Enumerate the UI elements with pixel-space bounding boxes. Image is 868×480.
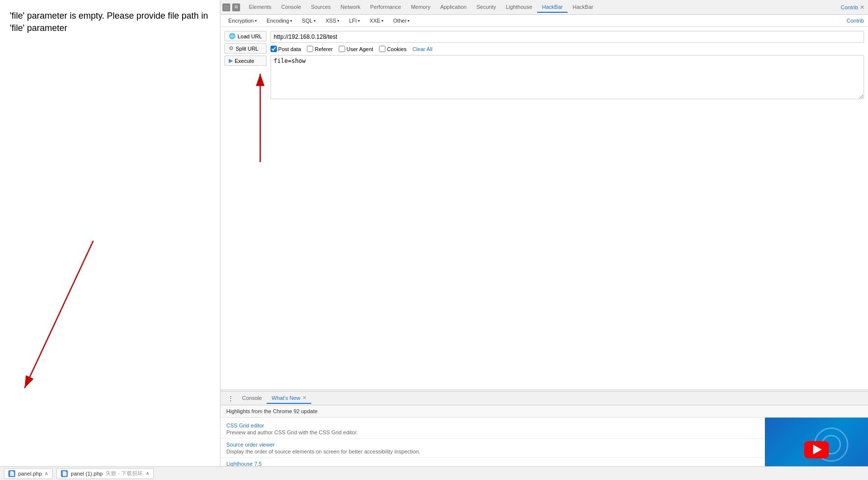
download-file-icon-0: 📄 xyxy=(8,470,15,477)
tab-hackbar2[interactable]: HackBar xyxy=(568,2,598,13)
xss-menu[interactable]: XSS ▾ xyxy=(322,17,343,25)
hackbar-content-area xyxy=(220,103,868,390)
download-chevron-0[interactable]: ∧ xyxy=(45,471,48,476)
xxe-dropdown-arrow: ▾ xyxy=(381,19,383,23)
whatsnew-item-1[interactable]: Source order viewer Display the order of… xyxy=(220,439,765,458)
tab-hackbar[interactable]: HackBar xyxy=(537,2,568,13)
tab-console-bottom[interactable]: Console xyxy=(237,393,267,404)
tab-network[interactable]: Network xyxy=(336,2,365,13)
sql-dropdown-arrow: ▾ xyxy=(314,19,316,23)
contrib-link2[interactable]: Contrib xyxy=(847,18,864,24)
download-item-status-1: 失败 - 下载损坏 xyxy=(106,470,143,477)
referer-checkbox[interactable] xyxy=(307,46,313,52)
download-item-name-1: panel (1).php xyxy=(71,471,103,477)
error-message: 'file' parameter is empty. Please provid… xyxy=(10,10,210,34)
whatsnew-item-title-0: CSS Grid editor xyxy=(226,423,759,428)
xss-dropdown-arrow: ▾ xyxy=(337,19,339,23)
encryption-menu[interactable]: Encryption ▾ xyxy=(224,17,261,25)
sql-menu[interactable]: SQL ▾ xyxy=(298,17,320,25)
xxe-menu[interactable]: XXE ▾ xyxy=(366,17,387,25)
contrib-link[interactable]: Contrib xyxy=(841,4,858,10)
encryption-dropdown-arrow: ▾ xyxy=(255,19,257,23)
post-data-textarea[interactable]: file=show xyxy=(271,55,864,99)
tab-memory[interactable]: Memory xyxy=(406,2,435,13)
lfi-dropdown-arrow: ▾ xyxy=(358,19,360,23)
tab-whats-new[interactable]: What's New ✕ xyxy=(267,393,311,404)
hackbar-right-panel: Post data Referer User Agent Cookies Cle… xyxy=(271,31,864,99)
devtools-tab-bar: ⬚ ⧉ Elements Console Sources Network Per… xyxy=(220,0,868,15)
cookies-checkbox[interactable] xyxy=(379,46,385,52)
bottom-tab-bar: ⋮ Console What's New ✕ xyxy=(220,392,868,405)
encoding-dropdown-arrow: ▾ xyxy=(290,19,292,23)
cookies-checkbox-label[interactable]: Cookies xyxy=(379,46,407,52)
tab-application[interactable]: Application xyxy=(435,2,472,13)
tab-console[interactable]: Console xyxy=(276,2,306,13)
user-agent-checkbox-label[interactable]: User Agent xyxy=(339,46,373,52)
referer-checkbox-label[interactable]: Referer xyxy=(307,46,333,52)
load-url-icon: 🌐 xyxy=(229,33,236,39)
clear-all-button[interactable]: Clear All xyxy=(412,46,433,52)
download-item-1: 📄 panel (1).php 失败 - 下载损坏 ∧ xyxy=(56,468,154,479)
hackbar-toolbar: Encryption ▾ Encoding ▾ SQL ▾ XSS ▾ LFI … xyxy=(220,15,868,27)
download-chevron-1[interactable]: ∧ xyxy=(146,471,149,476)
whatsnew-item-desc-1: Display the order of source elements on … xyxy=(226,449,759,454)
page-content: 'file' parameter is empty. Please provid… xyxy=(0,0,220,388)
lfi-menu[interactable]: LFI ▾ xyxy=(345,17,364,25)
split-url-icon: ⚙ xyxy=(229,45,234,52)
more-options-button[interactable]: ⋮ xyxy=(224,395,237,402)
status-bar: 📄 panel.php ∧ 📄 panel (1).php 失败 - 下载损坏 … xyxy=(0,466,868,480)
execute-icon: ▶ xyxy=(229,57,233,64)
whatsnew-item-desc-0: Preview and author CSS Grid with the CSS… xyxy=(226,429,759,435)
tab-lighthouse[interactable]: Lighthouse xyxy=(501,2,537,13)
youtube-play-button[interactable] xyxy=(804,441,829,458)
whats-new-close-icon[interactable]: ✕ xyxy=(302,395,306,400)
whatsnew-item-title-1: Source order viewer xyxy=(226,442,759,448)
download-item-0: 📄 panel.php ∧ xyxy=(4,468,53,479)
user-agent-checkbox[interactable] xyxy=(339,46,345,52)
encoding-menu[interactable]: Encoding ▾ xyxy=(263,17,296,25)
hackbar-main: 🌐 Load URL ⚙ Split URL ▶ Execute Post da… xyxy=(220,27,868,103)
post-data-checkbox[interactable] xyxy=(271,46,277,52)
split-url-button[interactable]: ⚙ Split URL xyxy=(224,43,267,54)
other-dropdown-arrow: ▾ xyxy=(407,19,409,23)
tab-sources[interactable]: Sources xyxy=(306,2,335,13)
play-triangle-icon xyxy=(813,445,822,454)
whatsnew-item-0[interactable]: CSS Grid editor Preview and author CSS G… xyxy=(220,420,765,439)
highlights-header: Highlights from the Chrome 92 update xyxy=(220,405,868,418)
tab-performance[interactable]: Performance xyxy=(365,2,406,13)
tab-security[interactable]: Security xyxy=(471,2,501,13)
close-button[interactable]: ✕ xyxy=(858,3,866,11)
devtools-panel: ⬚ ⧉ Elements Console Sources Network Per… xyxy=(220,0,868,480)
download-item-name-0: panel.php xyxy=(18,471,42,477)
execute-button[interactable]: ▶ Execute xyxy=(224,56,267,66)
load-url-button[interactable]: 🌐 Load URL xyxy=(224,31,267,41)
other-menu[interactable]: Other ▾ xyxy=(389,17,414,25)
hackbar-action-buttons: 🌐 Load URL ⚙ Split URL ▶ Execute xyxy=(224,31,267,99)
device-icon[interactable]: ⧉ xyxy=(232,3,240,11)
post-data-checkbox-label[interactable]: Post data xyxy=(271,46,301,52)
devtools-icon-buttons: ⬚ ⧉ xyxy=(222,3,240,11)
checkboxes-row: Post data Referer User Agent Cookies Cle… xyxy=(271,46,864,52)
tab-elements[interactable]: Elements xyxy=(244,2,276,13)
url-input[interactable] xyxy=(271,31,864,43)
inspect-icon[interactable]: ⬚ xyxy=(222,3,230,11)
download-file-icon-1: 📄 xyxy=(61,470,68,477)
